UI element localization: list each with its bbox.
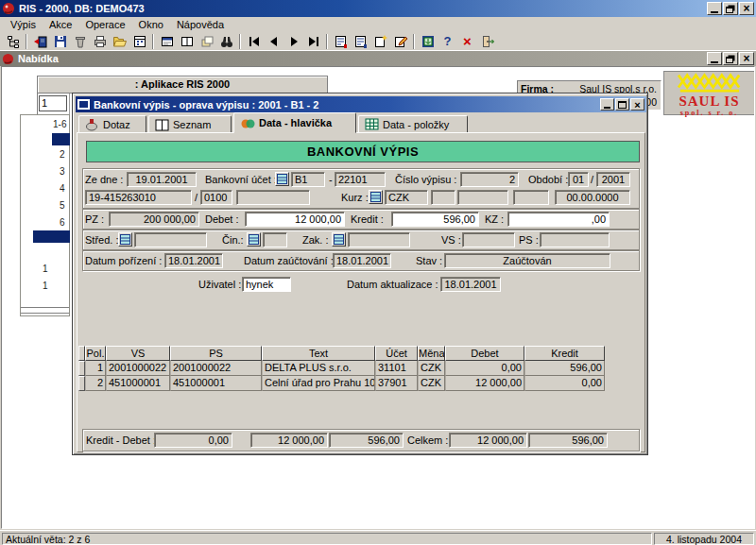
menu-okno[interactable]: Okno	[132, 18, 170, 31]
stred-lookup-button[interactable]	[118, 232, 132, 247]
obdobi-rok-field[interactable]: 2001	[596, 172, 630, 187]
cell-text[interactable]: Celní úřad pro Prahu 10	[262, 376, 375, 391]
cell-kredit[interactable]: 0,00	[524, 376, 605, 391]
menu-napoveda[interactable]: Nápověda	[170, 18, 231, 31]
ze-dne-field[interactable]: 19.01.2001	[127, 172, 197, 187]
cell-pol[interactable]: 2	[85, 376, 106, 391]
cell-ucet[interactable]: 31101	[375, 361, 418, 376]
save-button[interactable]	[50, 33, 70, 50]
cell-text[interactable]: DELTA PLUS s.r.o.	[262, 361, 375, 376]
post-grid-button[interactable]	[418, 33, 438, 50]
cell-pol[interactable]: 1	[85, 361, 106, 376]
datum-porizeni-label: Datum pořízení :	[85, 253, 162, 268]
stred-field[interactable]	[134, 232, 207, 247]
open-button[interactable]	[110, 33, 129, 50]
search-button[interactable]	[216, 33, 236, 50]
empty-field[interactable]	[431, 190, 455, 205]
list-view-button[interactable]	[177, 33, 197, 50]
column-header-kredit[interactable]: Kredit	[524, 346, 605, 361]
cell-vs[interactable]: 2001000022	[106, 361, 170, 376]
kurz-datum-field[interactable]: 00.00.0000	[555, 190, 630, 205]
cell-vs[interactable]: 451000001	[106, 376, 170, 391]
tab-data-hlavicka[interactable]: Data - hlavička	[233, 112, 356, 133]
edit-doc-button[interactable]	[390, 33, 410, 50]
child-minimize-button[interactable]	[707, 52, 722, 65]
print-button[interactable]	[90, 33, 110, 50]
ucet-kod-field[interactable]: B1	[291, 172, 325, 187]
nav-last-button[interactable]	[303, 33, 323, 50]
cell-mena[interactable]: CZK	[418, 376, 445, 391]
menu-tree-button[interactable]	[3, 33, 23, 50]
cancel-button[interactable]: ×	[457, 33, 477, 50]
ps-field[interactable]	[540, 232, 610, 247]
dialog-maximize-button[interactable]	[615, 98, 629, 111]
child-close-button[interactable]: ×	[739, 52, 754, 65]
cin-field[interactable]	[263, 232, 287, 247]
column-header-vs[interactable]: VS	[106, 346, 170, 361]
dialog-titlebar[interactable]: Bankovní výpis - oprava výpisu : 2001 - …	[76, 96, 646, 112]
column-header-ps[interactable]: PS	[170, 346, 262, 361]
empty-field[interactable]	[236, 190, 310, 205]
nav-first-button[interactable]	[244, 33, 264, 50]
close-button[interactable]: ×	[739, 2, 754, 15]
cell-ps[interactable]: 451000001	[170, 376, 262, 391]
tab-dotaz[interactable]: Dotaz	[78, 115, 146, 133]
tab-data-polozky[interactable]: Data - položky	[358, 115, 468, 133]
cell-debet[interactable]: 0,00	[445, 361, 524, 376]
sum-list-1-button[interactable]	[331, 33, 351, 50]
kz-field[interactable]: ,00	[507, 212, 610, 227]
dialog-minimize-button[interactable]	[600, 98, 614, 111]
vs-field[interactable]	[462, 232, 515, 247]
row-selector[interactable]	[78, 376, 85, 391]
column-header-debet[interactable]: Debet	[445, 346, 524, 361]
bankovni-ucet-lookup-button[interactable]	[275, 172, 289, 186]
new-doc-button[interactable]	[370, 33, 390, 50]
tab-label: Data - položky	[383, 119, 449, 130]
column-header-mena[interactable]: Měna	[418, 346, 445, 361]
lookup-grid-icon	[277, 174, 287, 184]
pz-field[interactable]: 200 000,00	[109, 212, 199, 227]
child-restore-button[interactable]	[723, 52, 738, 65]
insert-record-button[interactable]	[30, 33, 50, 50]
bankovni-ucet-cislo-field[interactable]: 19-415263010	[85, 190, 192, 205]
row-selector[interactable]	[78, 361, 85, 376]
cell-ps[interactable]: 2001000022	[170, 361, 262, 376]
mena-field[interactable]: CZK	[385, 190, 428, 205]
minimize-button[interactable]	[707, 2, 722, 15]
dialog-close-button[interactable]: ×	[630, 98, 644, 111]
cin-lookup-button[interactable]	[247, 232, 261, 247]
empty-field[interactable]	[457, 190, 508, 205]
column-header-ucet[interactable]: Účet	[375, 346, 418, 361]
help-button[interactable]: ?	[438, 33, 457, 50]
menu-vypis[interactable]: Výpis	[4, 18, 43, 31]
obdobi-mesic-field[interactable]: 01	[568, 172, 589, 187]
kredit-field[interactable]: 596,00	[391, 212, 479, 227]
menu-operace[interactable]: Operace	[78, 18, 131, 31]
form-view-button[interactable]	[157, 33, 177, 50]
cell-ucet[interactable]: 37901	[375, 376, 418, 391]
copy-button[interactable]	[197, 33, 216, 50]
column-header-text[interactable]: Text	[262, 346, 375, 361]
cell-kredit[interactable]: 596,00	[524, 361, 605, 376]
kurz-lookup-button[interactable]	[369, 190, 383, 204]
exit-button[interactable]	[477, 33, 497, 50]
background-frame-edge	[21, 313, 69, 315]
menu-akce[interactable]: Akce	[43, 18, 78, 31]
column-header-pol[interactable]: Pol.	[85, 346, 106, 361]
ucet-cislo-field[interactable]: 22101	[335, 172, 386, 187]
delete-button[interactable]	[70, 33, 90, 50]
debet-field[interactable]: 12 000,00	[245, 212, 345, 227]
sum-list-2-button[interactable]	[351, 33, 370, 50]
cell-debet[interactable]: 12 000,00	[445, 376, 524, 391]
nav-prev-button[interactable]	[264, 33, 284, 50]
tab-seznam[interactable]: Seznam	[148, 115, 232, 133]
cislo-vypisu-field[interactable]: 2	[460, 172, 519, 187]
calendar-button[interactable]	[129, 33, 149, 50]
cell-mena[interactable]: CZK	[418, 361, 445, 376]
zak-field[interactable]	[348, 232, 410, 247]
restore-button[interactable]	[723, 2, 738, 15]
zak-lookup-button[interactable]	[332, 232, 346, 247]
nav-next-button[interactable]	[284, 33, 303, 50]
smerovy-kod-field[interactable]: 0100	[200, 190, 232, 205]
empty-field[interactable]	[513, 190, 549, 205]
